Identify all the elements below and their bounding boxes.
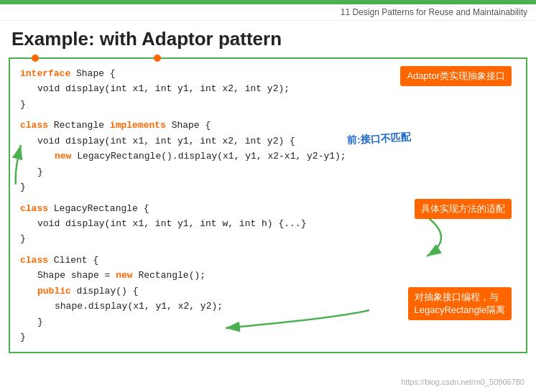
code-line: }: [20, 97, 516, 112]
watermark: https://blog.csdn.net/m0_50906780: [401, 378, 525, 386]
bubble-adaptor-interface: Adaptor类实现抽象接口: [400, 66, 512, 86]
bubble-concrete-method: 具体实现方法的适配: [415, 199, 512, 219]
code-line: }: [20, 179, 516, 195]
code-line: class Rectangle implements Shape {: [20, 118, 516, 133]
code-container: interface Shape { void display(int x1, i…: [9, 57, 527, 353]
title-section: Example: with Adaptor pattern: [0, 21, 536, 55]
code-line: Shape shape = new Rectangle();: [20, 268, 516, 283]
header-strip: 11 Design Patterns for Reuse and Maintai…: [0, 4, 536, 21]
code-line: void display(int x1, int y1, int x2, int…: [20, 134, 516, 149]
code-line: new LegacyRectangle().display(x1, y1, x2…: [20, 149, 516, 164]
handwrite-interface-mismatch: 前:接口不匹配: [347, 129, 412, 149]
dot-left: [32, 55, 39, 62]
code-line: }: [20, 330, 516, 345]
code-block-rectangle: class Rectangle implements Shape { void …: [20, 118, 516, 195]
code-line: }: [20, 231, 516, 246]
code-line: class Client {: [20, 253, 516, 268]
bubble-client-note: 对抽象接口编程，与 LegacyRectangle隔离: [408, 287, 512, 320]
code-line: }: [20, 164, 516, 179]
dot-right: [154, 55, 161, 62]
header-text: 11 Design Patterns for Reuse and Maintai…: [341, 7, 527, 17]
page-title: Example: with Adaptor pattern: [11, 28, 525, 50]
